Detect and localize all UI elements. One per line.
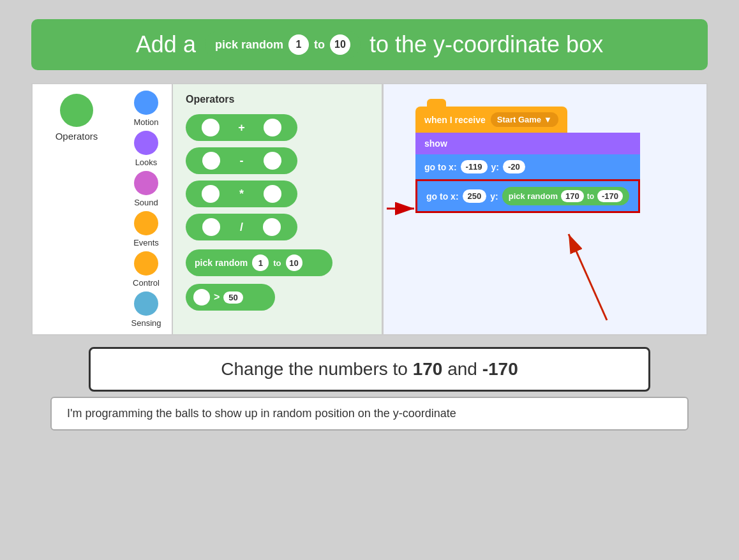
sensing-label: Sensing [131,318,161,328]
motion-label: Motion [133,117,158,127]
caption-bold2: -170 [482,359,518,379]
pick-inline-num2: -170 [597,190,623,202]
pick-num1: 1 [252,254,269,271]
dropdown-arrow-icon: ▼ [544,115,552,124]
workspace: Operators Motion Looks Sound Events Cont… [31,83,708,335]
pick-inline-num1: 170 [561,190,584,202]
goto1-label: go to x: [424,162,457,172]
header-num2: 10 [330,34,350,55]
greater-block[interactable]: > 50 [186,284,275,311]
header-prefix: Add a [136,31,196,58]
greater-left-oval [193,289,210,306]
motion-icon [134,91,158,115]
code-panel: when I receive Start Game ▼ show go to x… [382,83,708,335]
header-pick-random-block: pick random 1 to 10 [205,31,361,59]
goto2-y-label: y: [490,191,498,202]
header-num1: 1 [288,34,309,55]
multiply-symbol: * [239,188,244,201]
event-notch [427,99,446,108]
greater-symbol: > [214,291,220,303]
pick-inline-to: to [587,192,594,201]
operators-circle [60,94,93,127]
header-suffix: to the y-coordinate box [370,31,603,58]
sidebar-item-looks[interactable]: Looks [134,131,158,167]
sidebar-item-control[interactable]: Control [133,251,160,288]
info-text: I'm programming the balls to show up in … [67,407,456,420]
show-block[interactable]: show [415,133,640,154]
sidebar-item-events[interactable]: Events [133,211,159,247]
event-block-wrapper: when I receive Start Game ▼ [415,107,567,133]
caption-bold1: 170 [413,359,443,379]
block-stack: when I receive Start Game ▼ show go to x… [415,107,640,213]
add-left-oval [202,119,220,136]
add-block[interactable]: + [186,114,297,141]
pick-random-block[interactable]: pick random 1 to 10 [186,249,332,276]
add-right-oval [264,119,281,136]
mul-left-oval [202,185,220,203]
operators-panel: Operators + - * / pick random 1 [172,83,382,335]
goto2-label: go to x: [426,191,459,202]
sidebar-item-motion[interactable]: Motion [133,91,158,127]
pick-to: to [273,258,281,268]
pick-random-inline-label: pick random [509,191,558,201]
event-block[interactable]: when I receive Start Game ▼ [415,107,567,133]
goto2-x: 250 [463,189,487,203]
control-label: Control [133,278,160,288]
pick-random-inline-block[interactable]: pick random 170 to -170 [502,187,629,205]
operators-panel-title: Operators [186,94,369,105]
sub-right-oval [264,152,281,170]
divide-symbol: / [240,221,243,234]
sub-left-oval [202,152,220,170]
events-label: Events [133,238,159,247]
divide-block[interactable]: / [186,214,297,240]
operators-tab-label: Operators [56,131,98,142]
header-pick-random-label: pick random [215,38,283,52]
pick-random-text: pick random [195,258,248,268]
subtract-symbol: - [240,154,244,168]
caption-text-before: Change the numbers to [221,359,412,379]
goto1-y-label: y: [491,162,499,172]
subtract-block[interactable]: - [186,147,297,174]
sidebar-item-sensing[interactable]: Sensing [131,291,161,328]
greater-num: 50 [223,291,243,304]
goto1-y: -20 [503,160,525,173]
sound-icon [134,171,158,195]
event-dropdown-value: Start Game [497,115,541,124]
show-label: show [424,138,447,149]
goto2-block[interactable]: go to x: 250 y: pick random 170 to -170 [417,181,638,211]
events-icon [134,211,158,235]
category-sidebar: Motion Looks Sound Events Control Sensin… [121,83,172,335]
mul-right-oval [264,185,281,203]
sensing-icon [134,291,158,316]
sound-label: Sound [134,198,158,207]
operators-selected-tab[interactable]: Operators [31,83,121,335]
div-left-oval [202,218,220,236]
add-symbol: + [238,121,245,135]
control-icon [134,251,158,276]
caption-box: Change the numbers to 170 and -170 [89,347,650,392]
multiply-block[interactable]: * [186,181,297,207]
looks-icon [134,131,158,155]
caption-text-middle: and [442,359,482,379]
upward-arrow [569,234,607,320]
event-dropdown[interactable]: Start Game ▼ [491,112,558,127]
sidebar-item-sound[interactable]: Sound [134,171,158,207]
div-right-oval [263,218,281,236]
pick-num2: 10 [286,254,302,271]
event-label: when I receive [424,115,486,125]
goto1-block[interactable]: go to x: -119 y: -20 [415,154,640,179]
header-banner: Add a pick random 1 to 10 to the y-coord… [31,19,708,70]
info-box: I'm programming the balls to show up in … [50,397,689,431]
header-to-label: to [314,38,325,52]
goto2-highlight-box: go to x: 250 y: pick random 170 to -170 [415,179,640,213]
looks-label: Looks [135,158,158,167]
goto1-x: -119 [461,160,488,173]
